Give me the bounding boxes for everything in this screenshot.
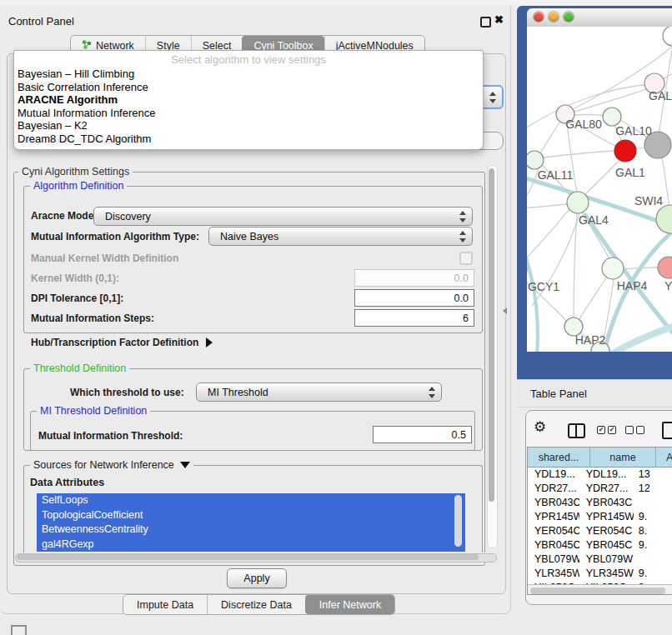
tab-discretize-data[interactable]: Discretize Data <box>207 595 305 614</box>
zoom-traffic-light-icon[interactable] <box>564 12 574 22</box>
tab-infer-network[interactable]: Infer Network <box>305 595 394 614</box>
mi-type-combo[interactable]: Naive Bayes <box>208 227 473 246</box>
column-header-a[interactable]: A <box>656 448 672 468</box>
table-cell: YPR145W <box>579 510 634 524</box>
settings-group-legend: Cyni Algorithm Settings <box>18 166 133 178</box>
hub-definition-expander[interactable]: Hub/Transcription Factor Definition <box>31 337 213 348</box>
table-horizontal-scrollbar[interactable] <box>528 584 672 595</box>
close-traffic-light-icon[interactable] <box>534 12 544 22</box>
table-row[interactable]: YBR045CYBR045C9. <box>528 538 672 552</box>
apply-button[interactable]: Apply <box>227 568 287 588</box>
table-cell: YBR043C <box>579 496 634 510</box>
close-panel-icon[interactable]: ✖ <box>494 13 504 26</box>
dropdown-items: Bayesian – Hill ClimbingBasic Correlatio… <box>14 68 483 146</box>
tab-impute-data[interactable]: Impute Data <box>123 595 207 614</box>
minimized-panel-icon[interactable] <box>11 625 27 635</box>
network-node-gal10[interactable] <box>603 108 621 126</box>
spinner-arrows-icon <box>428 387 435 398</box>
algorithm-option-bayesian-k2[interactable]: Bayesian – K2 <box>14 119 483 132</box>
table-cell: YPR145W <box>528 510 579 524</box>
select-all-columns-icon[interactable]: ✓ ✓ <box>597 426 616 434</box>
which-threshold-combo[interactable]: MI Threshold <box>196 382 442 402</box>
algorithm-option-aracne-algorithm[interactable]: ARACNE Algorithm <box>14 93 483 107</box>
network-node-hap4[interactable] <box>602 258 624 279</box>
algorithm-option-basic-correlation-inference[interactable]: Basic Correlation Inference <box>14 81 483 94</box>
aracne-mode-label: Aracne Mode: <box>31 210 97 222</box>
cyni-mode-tab-bar: Impute DataDiscretize DataInfer Network <box>123 594 395 615</box>
network-node-gal1[interactable] <box>614 140 636 162</box>
list-scrollbar-thumb[interactable] <box>454 495 462 547</box>
table-function-icon[interactable] <box>662 422 672 439</box>
kernel-width-label: Kernel Width (0,1): <box>31 272 119 284</box>
deselect-all-columns-icon[interactable] <box>625 426 644 434</box>
network-canvas[interactable]: GAL7GAL80GAL10GAL1GAL11SWI4GAL4GCY1HAP4Y… <box>527 27 672 352</box>
which-threshold-label: Which threshold to use: <box>70 387 184 398</box>
node-label-gal7: GAL7 <box>649 89 672 102</box>
which-threshold-value: MI Threshold <box>208 387 268 398</box>
table-row[interactable]: YBL079WYBL079W <box>528 552 672 567</box>
column-header-name[interactable]: name <box>590 448 656 468</box>
settings-horizontal-scrollbar[interactable] <box>15 552 497 562</box>
table-header: shared...nameA <box>528 448 672 468</box>
algorithm-option-bayesian-hill-climbing[interactable]: Bayesian – Hill Climbing <box>14 68 483 81</box>
attribute-item-gal4rgexp[interactable]: gal4RGexp <box>37 538 465 552</box>
aracne-mode-combo[interactable]: Discovery <box>93 207 473 226</box>
table-cell: YER054C <box>579 524 634 538</box>
node-label-hap2: HAP2 <box>575 333 606 347</box>
table-row[interactable]: YER054CYER054C8. <box>528 524 672 538</box>
collapse-down-icon <box>180 462 190 468</box>
table-cell: YDL19... <box>528 468 579 482</box>
node-table: shared...nameA YDL19...YDL19...13YDR27..… <box>527 447 672 595</box>
mi-type-label: Mutual Information Algorithm Type: <box>31 231 199 242</box>
node-label-hap4: HAP4 <box>617 279 648 292</box>
minimize-traffic-light-icon[interactable] <box>549 12 559 22</box>
table-row[interactable]: YBR043CYBR043C <box>528 496 672 510</box>
node-label-gcy1: GCY1 <box>528 280 559 293</box>
table-cell: 9. <box>634 538 672 552</box>
algorithm-option-dream8-dc-tdc-algorithm[interactable]: Dream8 DC_TDC Algorithm <box>14 132 483 146</box>
table-row[interactable]: YDL19...YDL19...13 <box>528 468 672 482</box>
table-cell: YBR043C <box>528 496 579 510</box>
attribute-item-selfloops[interactable]: SelfLoops <box>37 493 465 508</box>
table-row[interactable]: YPR145WYPR145W9. <box>528 510 672 524</box>
scrollbar-thumb[interactable] <box>530 588 665 594</box>
table-row[interactable]: YDR27...YDR27...12 <box>528 482 672 496</box>
gear-icon[interactable]: ⚙ <box>534 420 546 434</box>
network-node-gal11[interactable] <box>527 151 544 169</box>
control-panel-window: Control Panel ✖ NetworkStyleSelectCyni T… <box>0 5 511 614</box>
attribute-item-topologicalcoefficient[interactable]: TopologicalCoefficient <box>37 508 465 523</box>
table-cell: YLR345W <box>579 567 634 581</box>
columns-icon[interactable] <box>568 423 585 438</box>
node-label-pink: Y <box>664 279 672 292</box>
mi-threshold-input[interactable] <box>373 426 472 443</box>
mi-type-value: Naive Bayes <box>220 231 278 242</box>
network-node-swi4[interactable] <box>656 205 672 233</box>
table-cell: YLR345W <box>528 567 579 581</box>
network-node-pink[interactable] <box>658 257 672 278</box>
mi-steps-input[interactable] <box>354 309 474 327</box>
data-attributes-list[interactable]: SelfLoopsTopologicalCoefficientBetweenne… <box>37 493 465 552</box>
manual-kernel-checkbox[interactable] <box>459 252 473 265</box>
table-cell <box>634 496 672 510</box>
table-row[interactable]: YLR345WYLR345W9. <box>528 567 672 581</box>
algorithm-option-mutual-information-inference[interactable]: Mutual Information Inference <box>14 107 483 120</box>
network-node-gal4[interactable] <box>567 192 589 213</box>
network-node-top[interactable] <box>663 27 672 46</box>
scrollbar-thumb[interactable] <box>17 554 479 560</box>
float-panel-icon[interactable] <box>480 17 491 28</box>
kernel-width-input[interactable] <box>354 269 474 287</box>
dpi-tolerance-input[interactable] <box>354 289 474 307</box>
attribute-item-betweennesscentrality[interactable]: BetweennessCentrality <box>37 522 465 538</box>
split-pane-collapse-arrow[interactable] <box>503 308 507 314</box>
table-cell: YDL19... <box>579 468 634 482</box>
table-cell: YBL079W <box>528 552 579 567</box>
node-label-gal4: GAL4 <box>579 213 609 227</box>
hub-definition-label: Hub/Transcription Factor Definition <box>31 337 198 348</box>
sources-title: Sources for Network Inference <box>33 459 174 471</box>
algorithm-definition-legend: Algorithm Definition <box>30 180 127 192</box>
sources-legend[interactable]: Sources for Network Inference <box>30 459 193 471</box>
column-header-shared[interactable]: shared... <box>528 448 590 468</box>
settings-vertical-scrollbar[interactable] <box>487 165 498 548</box>
scrollbar-thumb[interactable] <box>489 168 494 502</box>
network-window-titlebar[interactable] <box>527 8 672 28</box>
